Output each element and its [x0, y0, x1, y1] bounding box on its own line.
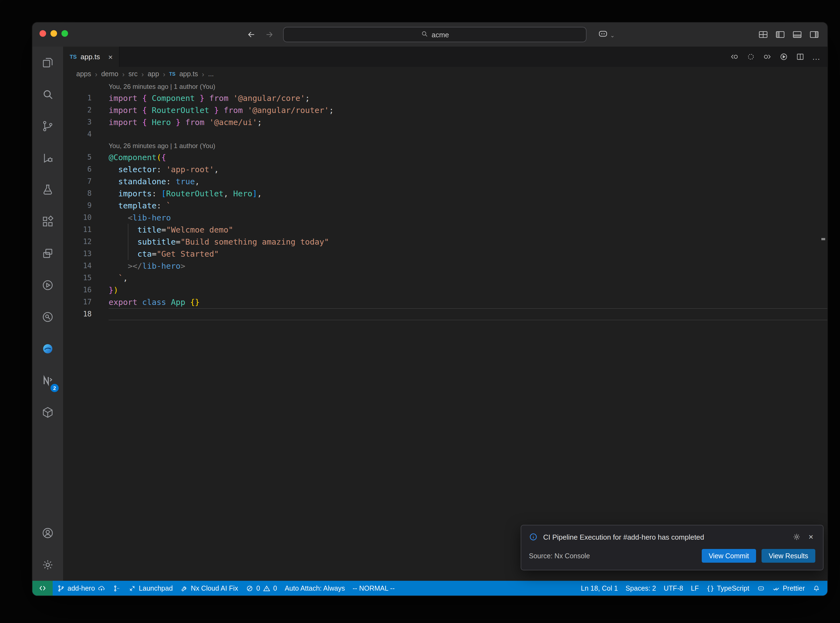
vim-mode-item[interactable]: -- NORMAL -- [349, 581, 399, 595]
breadcrumb-symbol-tail[interactable]: ... [208, 70, 214, 78]
browser-tools-icon[interactable] [32, 333, 63, 365]
search-icon[interactable] [32, 78, 63, 110]
nx-cloud-fix-item[interactable]: Nx Cloud AI Fix [177, 581, 242, 595]
codelens-blame[interactable]: You, 26 minutes ago | 1 author (You) [63, 140, 828, 151]
breadcrumb-item-apps[interactable]: apps [76, 70, 91, 78]
code-line-7[interactable]: 7 standalone: true, [63, 175, 828, 187]
code-line-2[interactable]: 2import { RouterOutlet } from '@angular/… [63, 104, 828, 116]
run-file-icon[interactable] [779, 52, 788, 61]
accounts-icon[interactable] [32, 517, 63, 549]
forward-arrow-icon[interactable] [264, 30, 274, 40]
auto-attach-item[interactable]: Auto Attach: Always [281, 581, 349, 595]
codelens-blame[interactable]: You, 26 minutes ago | 1 author (You) [63, 81, 828, 92]
code-line-9[interactable]: 9 template: ` [63, 199, 828, 212]
copilot-status-item[interactable] [753, 581, 768, 595]
remote-explorer-icon[interactable] [32, 238, 63, 269]
run-target-icon[interactable] [32, 269, 63, 301]
code-line-17[interactable]: 17export class App {} [63, 296, 828, 308]
language-mode-item[interactable]: {} TypeScript [703, 581, 753, 595]
code-line-11[interactable]: 11 title="Welcmoe demo" [63, 224, 828, 236]
code-text: ></lib-hero> [109, 260, 828, 272]
code-line-13[interactable]: 13 cta="Get Started" [63, 248, 828, 260]
code-line-5[interactable]: 5@Component({ [63, 151, 828, 163]
code-line-8[interactable]: 8 imports: [RouterOutlet, Hero], [63, 187, 828, 199]
code-token: "Get Started" [157, 250, 219, 258]
launchpad-item[interactable]: Launchpad [124, 581, 177, 595]
close-window-button[interactable] [40, 30, 46, 37]
back-arrow-icon[interactable] [246, 30, 256, 40]
code-line-10[interactable]: 10 <lib-hero [63, 212, 828, 224]
indentation-item[interactable]: Spaces: 2 [622, 581, 660, 595]
extensions-icon[interactable] [32, 206, 63, 238]
code-text: standalone: true, [109, 175, 828, 187]
minimize-window-button[interactable] [51, 30, 57, 37]
search-icon [421, 30, 428, 39]
code-line-14[interactable]: 14 ></lib-hero> [63, 260, 828, 272]
code-token: export [109, 298, 137, 307]
code-token [166, 298, 171, 307]
encoding-item[interactable]: UTF-8 [660, 581, 687, 595]
testing-icon[interactable] [32, 174, 63, 206]
code-token: : [152, 189, 161, 198]
breadcrumb-item-src[interactable]: src [128, 70, 137, 78]
overview-ruler[interactable] [820, 81, 828, 581]
remote-indicator[interactable] [32, 581, 53, 595]
code-token: ; [305, 94, 310, 103]
refresh-icon[interactable] [746, 52, 756, 61]
explorer-icon[interactable] [32, 47, 63, 78]
gitlens-launchpad-icon[interactable] [109, 581, 124, 595]
nx-console-icon[interactable]: 2 [32, 365, 63, 396]
source-control-icon[interactable] [32, 110, 63, 142]
toggle-sidebar-left-icon[interactable] [775, 29, 786, 40]
gutter [63, 140, 101, 151]
breadcrumb-item-file[interactable]: app.ts [180, 70, 198, 78]
cursor-position-item[interactable]: Ln 18, Col 1 [577, 581, 622, 595]
code-line-16[interactable]: 16}) [63, 284, 828, 296]
toggle-panel-icon[interactable] [792, 29, 803, 40]
formatter-item[interactable]: Prettier [768, 581, 809, 595]
tab-app-ts[interactable]: TS app.ts × [63, 47, 120, 67]
view-results-button[interactable]: View Results [762, 549, 815, 563]
assistant-menu-button[interactable]: ⌄ [597, 29, 615, 42]
publish-cloud-icon [98, 584, 105, 592]
breadcrumb-item-demo[interactable]: demo [101, 70, 118, 78]
previous-change-icon[interactable] [730, 52, 739, 61]
close-tab-icon[interactable]: × [108, 52, 112, 61]
toggle-sidebar-right-icon[interactable] [809, 29, 820, 40]
run-debug-icon[interactable] [32, 142, 63, 174]
zoom-window-button[interactable] [61, 30, 68, 37]
next-change-icon[interactable] [763, 52, 772, 61]
command-center-search[interactable]: acme [283, 27, 587, 42]
code-token [109, 250, 128, 258]
settings-icon[interactable] [32, 549, 63, 581]
errors-icon [246, 584, 253, 592]
breadcrumb-separator: › [163, 70, 166, 78]
code-line-4[interactable]: 4 [63, 128, 828, 140]
code-line-3[interactable]: 3import { Hero } from '@acme/ui'; [63, 116, 828, 128]
code-line-15[interactable]: 15 `, [63, 272, 828, 284]
eol-item[interactable]: LF [687, 581, 703, 595]
problems-item[interactable]: 0 0 [242, 581, 281, 595]
chevron-down-icon: ⌄ [610, 32, 615, 38]
git-branch-item[interactable]: add-hero [53, 581, 109, 595]
notifications-bell-icon[interactable] [809, 581, 824, 595]
code-line-18[interactable]: 18 [63, 308, 828, 320]
dependencies-icon[interactable] [32, 396, 63, 428]
code-line-6[interactable]: 6 selector: 'app-root', [63, 163, 828, 175]
code-token [109, 274, 118, 282]
breadcrumb-item-app[interactable]: app [147, 70, 159, 78]
split-editor-icon[interactable] [795, 52, 805, 61]
code-text: @Component({ [109, 151, 828, 163]
notification-close-icon[interactable]: × [806, 532, 815, 541]
code-editor[interactable]: You, 26 minutes ago | 1 author (You)1imp… [63, 81, 828, 581]
view-commit-button[interactable]: View Commit [702, 549, 756, 563]
notification-settings-gear-icon[interactable] [792, 532, 801, 541]
customize-layout-icon[interactable] [758, 29, 769, 40]
tab-label: app.ts [81, 53, 100, 61]
more-actions-icon[interactable]: … [812, 52, 821, 61]
line-number: 3 [63, 116, 101, 128]
code-search-icon[interactable] [32, 301, 63, 333]
code-line-12[interactable]: 12 subtitle="Build something amazing tod… [63, 236, 828, 248]
code-lines: You, 26 minutes ago | 1 author (You)1imp… [63, 81, 828, 320]
code-line-1[interactable]: 1import { Component } from '@angular/cor… [63, 92, 828, 104]
